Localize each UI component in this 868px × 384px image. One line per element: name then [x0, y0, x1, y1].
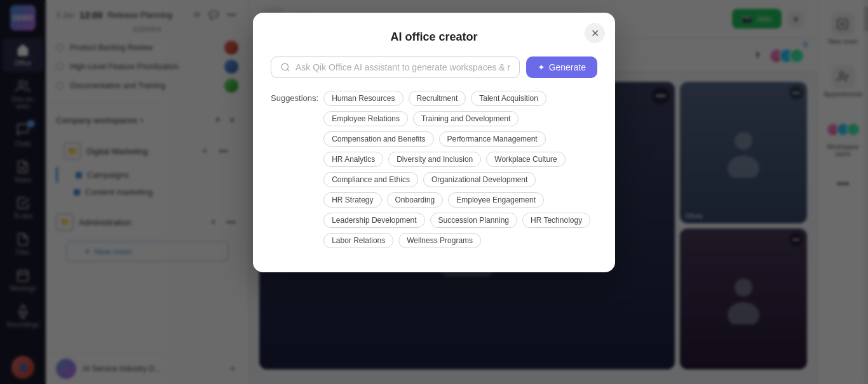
svg-line-22 — [287, 69, 289, 71]
suggestion-tag[interactable]: Organizational Development — [423, 172, 536, 187]
suggestion-tag[interactable]: Succession Planning — [430, 213, 517, 228]
app-container: DEMO Office One-on-ones 1 Chats Notes To… — [0, 0, 868, 384]
search-icon — [280, 62, 290, 72]
sparkle-icon: ✦ — [538, 62, 545, 72]
modal-search-row: ✦ Generate — [271, 56, 597, 78]
suggestion-tag[interactable]: HR Analytics — [323, 152, 383, 167]
svg-point-21 — [281, 63, 288, 70]
search-input-wrapper — [271, 56, 520, 78]
suggestion-tag[interactable]: Training and Development — [413, 111, 519, 126]
suggestion-tag[interactable]: Labor Relations — [323, 233, 393, 248]
suggestions-label: Suggestions: — [271, 93, 318, 103]
ai-office-creator-modal: ✕ AI office creator ✦ Generate Suggestio… — [253, 13, 615, 272]
tags-container: Human ResourcesRecruitmentTalent Acquisi… — [323, 91, 597, 248]
suggestion-tag[interactable]: Onboarding — [387, 192, 444, 208]
search-input[interactable] — [295, 62, 510, 72]
modal-title: AI office creator — [271, 30, 597, 44]
suggestion-tag[interactable]: HR Strategy — [323, 192, 381, 208]
suggestion-tag[interactable]: HR Technology — [522, 213, 590, 228]
suggestion-tag[interactable]: Human Resources — [323, 91, 403, 106]
suggestion-tag[interactable]: Wellness Programs — [398, 233, 481, 248]
modal-close-button[interactable]: ✕ — [585, 23, 605, 43]
suggestion-tag[interactable]: Recruitment — [409, 91, 466, 106]
suggestion-tag[interactable]: Diversity and Inclusion — [388, 152, 481, 167]
suggestions-row: Suggestions: Human ResourcesRecruitmentT… — [271, 91, 597, 248]
generate-button[interactable]: ✦ Generate — [526, 56, 597, 78]
suggestion-tag[interactable]: Leadership Development — [323, 213, 424, 228]
suggestion-tag[interactable]: Compensation and Benefits — [323, 131, 433, 147]
modal-overlay: ✕ AI office creator ✦ Generate Suggestio… — [0, 0, 868, 384]
suggestion-tag[interactable]: Workplace Culture — [486, 152, 565, 167]
suggestion-tag[interactable]: Performance Management — [439, 131, 546, 147]
generate-label: Generate — [549, 62, 586, 72]
suggestion-tag[interactable]: Employee Relations — [323, 111, 408, 126]
suggestion-tag[interactable]: Talent Acquisition — [471, 91, 546, 106]
suggestion-tag[interactable]: Compliance and Ethics — [323, 172, 418, 187]
suggestion-tag[interactable]: Employee Engagement — [448, 192, 544, 208]
